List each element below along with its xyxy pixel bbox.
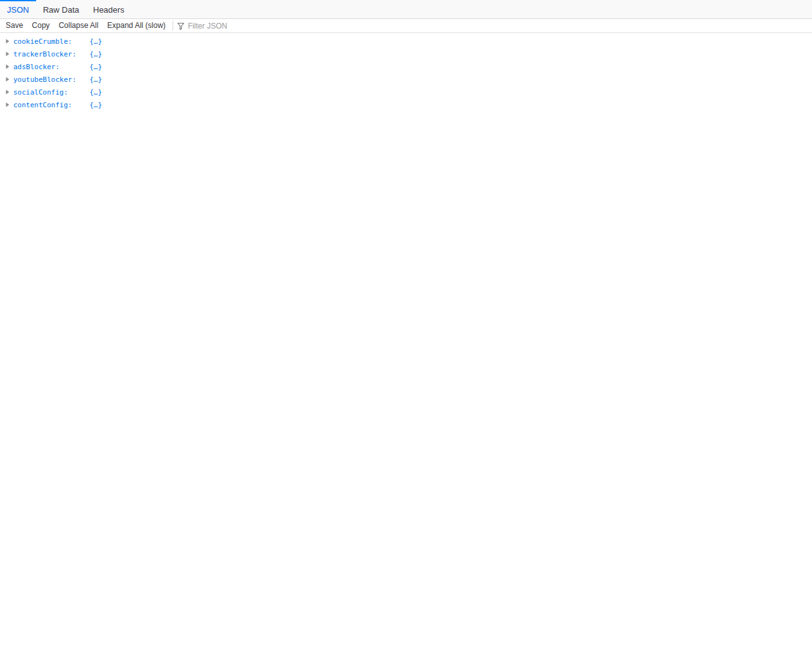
tab-raw-data-label: Raw Data (43, 5, 79, 15)
expander-triangle-icon[interactable] (5, 64, 10, 69)
expander-triangle-icon[interactable] (5, 77, 10, 82)
tab-raw-data[interactable]: Raw Data (36, 0, 86, 18)
json-collapsed-value: {…} (89, 50, 102, 58)
expand-all-button[interactable]: Expand All (slow) (103, 19, 169, 32)
copy-button[interactable]: Copy (28, 19, 53, 32)
json-collapsed-value: {…} (89, 63, 102, 71)
save-button[interactable]: Save (2, 19, 27, 32)
json-collapsed-value: {…} (89, 37, 102, 46)
json-collapsed-value: {…} (89, 88, 102, 96)
expander-triangle-icon[interactable] (5, 102, 10, 107)
tree-row-adsBlocker[interactable]: adsBlocker: {…} (0, 60, 812, 73)
tab-json-label: JSON (7, 5, 29, 15)
expander-triangle-icon[interactable] (5, 39, 10, 44)
expander-triangle-icon[interactable] (5, 90, 10, 95)
json-key: youtubeBlocker: (13, 76, 89, 84)
tree-row-trackerBlocker[interactable]: trackerBlocker: {…} (0, 48, 812, 60)
funnel-icon (177, 22, 185, 30)
json-collapsed-value: {…} (89, 76, 102, 84)
json-key: contentConfig: (13, 101, 89, 109)
json-key: cookieCrumble: (13, 37, 89, 46)
filter-json-input[interactable] (188, 22, 327, 30)
expander-triangle-icon[interactable] (5, 51, 10, 56)
tree-row-socialConfig[interactable]: socialConfig: {…} (0, 86, 812, 98)
toolbar-separator (173, 21, 173, 30)
filter-container (177, 22, 327, 30)
tab-headers-label: Headers (93, 5, 124, 15)
tab-json[interactable]: JSON (0, 0, 36, 18)
tab-headers[interactable]: Headers (86, 0, 131, 18)
json-collapsed-value: {…} (89, 101, 102, 109)
collapse-all-button[interactable]: Collapse All (55, 19, 102, 32)
json-toolbar: Save Copy Collapse All Expand All (slow) (0, 19, 812, 33)
json-tree-panel: cookieCrumble: {…} trackerBlocker: {…} a… (0, 33, 812, 111)
json-key: adsBlocker: (13, 63, 89, 71)
tree-row-youtubeBlocker[interactable]: youtubeBlocker: {…} (0, 73, 812, 86)
json-key: trackerBlocker: (13, 50, 89, 58)
tree-row-cookieCrumble[interactable]: cookieCrumble: {…} (0, 35, 812, 48)
tree-row-contentConfig[interactable]: contentConfig: {…} (0, 98, 812, 111)
json-key: socialConfig: (13, 88, 89, 96)
viewer-tabbar: JSON Raw Data Headers (0, 0, 812, 19)
